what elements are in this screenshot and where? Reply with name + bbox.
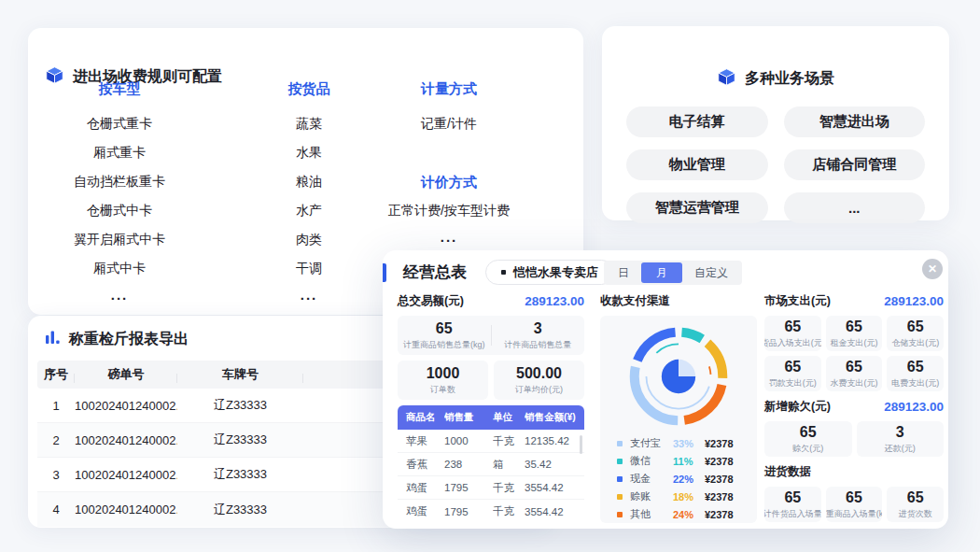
cell-quantity: 1000 [444, 435, 493, 446]
close-icon[interactable]: ✕ [922, 259, 943, 279]
vehicle-type-item: 厢式重卡 [45, 138, 194, 167]
cell-product: 鸡蛋 [398, 504, 444, 518]
legend-amount: ¥2378 [705, 474, 734, 485]
store-name: 恺恺水果专卖店 [513, 264, 598, 281]
legend-percent: 22% [673, 474, 705, 485]
stat-value: 65 [907, 359, 924, 375]
legend-name: 其他 [630, 507, 673, 521]
legend-item: 微信 11% ¥2378 [617, 452, 740, 470]
scene-button-property-management[interactable]: 物业管理 [626, 149, 768, 180]
purchase-data-label: 进货数据 [764, 464, 811, 480]
scene-button-smart-entry-exit[interactable]: 智慧进出场 [784, 106, 926, 137]
stat-card: 65 租金支出(元) [826, 316, 883, 351]
table-row: 香蕉 238 箱 35.42 [398, 453, 584, 476]
tab-month[interactable]: 月 [641, 262, 682, 283]
summary-panel-title: 经营总表 [403, 262, 467, 283]
stat-card: 65 电费支出(元) [887, 356, 944, 391]
stat-value: 500.00 [516, 365, 562, 382]
cell-plate-no: 辽Z33333 [177, 432, 303, 448]
table-row: 鸡蛋 1795 千克 3554.42 [398, 476, 584, 500]
transaction-summary-column: 总交易额(元) 289123.00 65 计重商品销售总量(kg) 3 计件商品… [398, 293, 584, 523]
table-row: 苹果 1000 千克 12135.42 [398, 430, 584, 453]
stat-value: 65 [846, 359, 862, 375]
stat-card: 65 货品入场支出(元) [764, 316, 821, 351]
stat-label: 计重商品入场量(kg) [826, 508, 883, 520]
tab-custom[interactable]: 自定义 [682, 262, 740, 283]
total-transaction-label: 总交易额(元) [398, 293, 464, 309]
tab-day[interactable]: 日 [606, 262, 641, 283]
stat-label: 计件商品销售总量 [504, 339, 571, 351]
stat-label: 进货次数 [899, 508, 932, 520]
legend-swatch [617, 512, 623, 517]
cell-quantity: 1795 [444, 482, 493, 493]
vehicle-type-column: 按车型 仓栅式重卡 厢式重卡 自动挡栏板重卡 仓栅式中卡 翼开启厢式中卡 厢式中… [45, 80, 194, 312]
report-panel-title: 称重检斤报表导出 [69, 330, 189, 349]
stat-card: 65 计件货品入场量 [764, 487, 821, 522]
product-sales-table: 商品名 销售量 单位 销售金额(¥) 苹果 1000 千克 12135.42 香… [398, 405, 584, 523]
column-header-ticket-no: 磅单号 [75, 366, 177, 383]
goods-item: 肉类 [234, 225, 384, 254]
cell-quantity: 1795 [444, 506, 493, 517]
order-average-card: 500.00 订单均价(元) [494, 361, 584, 400]
scene-button-shop-contract[interactable]: 店铺合同管理 [784, 149, 926, 180]
stat-value: 65 [846, 489, 862, 506]
stat-card: 65 罚款支出(元) [764, 356, 821, 391]
stat-label: 订单均价(元) [515, 384, 563, 396]
scene-button-smart-operation[interactable]: 智慧运营管理 [626, 192, 768, 223]
title-accent-bar [383, 263, 386, 282]
cell-product: 鸡蛋 [398, 481, 444, 495]
market-expense-label: 市场支出(元) [764, 293, 831, 309]
store-selector[interactable]: 恺恺水果专卖店 [485, 260, 614, 285]
table-scrollbar[interactable] [580, 435, 582, 454]
scene-button-electronic-settlement[interactable]: 电子结算 [626, 106, 768, 137]
goods-column: 按货品 蔬菜 水果 粮油 水产 肉类 干调 ... [234, 80, 384, 312]
cell-amount: 3554.42 [525, 482, 584, 493]
legend-name: 微信 [630, 454, 673, 468]
cell-ticket-no: 100202401240002... [75, 433, 177, 447]
cell-product: 香蕉 [398, 458, 444, 472]
payment-donut: 支付宝 33% ¥2378 微信 11% ¥2378 现金 22% ¥2378 [600, 316, 757, 523]
market-expense-value: 289123.00 [884, 294, 944, 308]
cell-unit: 千克 [493, 434, 525, 448]
cell-ticket-no: 100202401240002... [75, 502, 177, 517]
legend-swatch [617, 441, 623, 446]
cell-unit: 千克 [493, 504, 525, 518]
scene-button-more[interactable]: ... [784, 192, 926, 223]
vehicle-type-item: 自动挡栏板重卡 [45, 167, 194, 196]
cell-ticket-no: 100202401240002... [75, 399, 177, 413]
measure-pricing-column: 计量方式 记重/计件 计价方式 正常计费/按车型计费 ... [370, 80, 528, 254]
payment-channels-column: 收款支付渠道 支付宝 33% ¥2378 [600, 293, 757, 523]
business-summary-panel: 经营总表 恺恺水果专卖店 日 月 自定义 ✕ 总交易额(元) 289123.00… [383, 250, 948, 529]
legend-name: 现金 [630, 472, 673, 486]
stat-label: 仓储支出(元) [891, 337, 939, 349]
cell-quantity: 238 [444, 459, 493, 470]
stat-card: 3 还款(元) [857, 421, 945, 457]
stat-label: 货品入场支出(元) [764, 337, 821, 349]
column-header-product: 商品名 [398, 411, 444, 424]
legend-amount: ¥2378 [705, 438, 734, 449]
order-count-card: 1000 订单数 [398, 361, 488, 400]
cell-plate-no: 辽Z33333 [177, 502, 303, 518]
stat-card: 65 进货次数 [887, 487, 944, 522]
vehicle-type-item: 厢式中卡 [45, 254, 194, 283]
stat-value: 65 [784, 359, 801, 375]
stat-label: 订单数 [430, 384, 455, 396]
vehicle-type-item: 仓栅式重卡 [45, 109, 194, 138]
stat-label: 还款(元) [885, 443, 916, 455]
purchase-cards: 65 计件货品入场量 65 计重商品入场量(kg) 65 进货次数 [764, 487, 944, 522]
stat-value: 65 [800, 424, 817, 441]
new-credit-value: 289123.00 [884, 400, 944, 414]
cell-amount: 3554.42 [525, 506, 584, 517]
stat-value: 65 [846, 318, 862, 335]
legend-item: 现金 22% ¥2378 [617, 470, 740, 488]
stat-value: 3 [896, 424, 904, 441]
vehicle-type-header: 按车型 [45, 80, 194, 101]
legend-item: 支付宝 33% ¥2378 [617, 434, 740, 452]
column-header-plate-no: 车牌号 [177, 366, 303, 383]
legend-amount: ¥2378 [705, 509, 734, 520]
cell-seq: 3 [37, 468, 75, 482]
goods-item: 粮油 [234, 167, 384, 196]
column-header-seq: 序号 [37, 366, 75, 383]
legend-swatch [617, 476, 623, 482]
legend-name: 赊账 [630, 489, 673, 503]
